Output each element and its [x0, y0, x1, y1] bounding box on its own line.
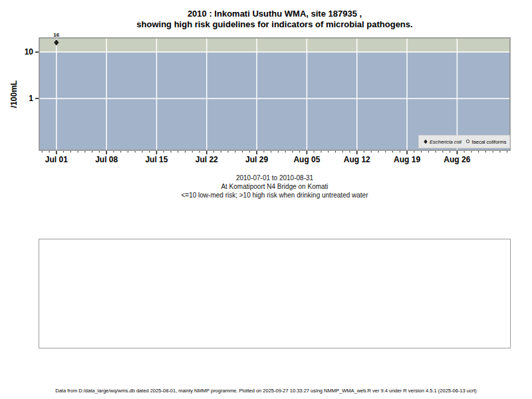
- caption-site-description: At Komatipoort N4 Bridge on Komati: [9, 182, 532, 191]
- band-high-risk-zone: [39, 38, 510, 52]
- x-axis-tick-label: Aug 19: [394, 155, 420, 164]
- x-axis-tick-label: Aug 26: [444, 155, 470, 164]
- x-axis-tick-label: Jul 22: [196, 155, 218, 164]
- caption-risk-guideline: <=10 low-med risk; >10 high risk when dr…: [9, 191, 532, 200]
- x-axis-tick-label: Jul 08: [95, 155, 118, 164]
- data-point-label: 16: [53, 32, 59, 38]
- x-axis-tick-label: Aug 05: [293, 155, 320, 164]
- x-axis-tick-label: Jul 15: [145, 155, 168, 164]
- x-axis-tick-label: Jul 29: [245, 155, 268, 164]
- plot-area: [39, 38, 510, 150]
- x-axis-tick-label: Jul 01: [45, 155, 68, 164]
- y-axis-label: /100mL: [9, 80, 19, 108]
- y-axis-tick-label: 1: [29, 94, 33, 103]
- y-axis-tick-label: 10: [25, 47, 34, 57]
- secondary-plot-placeholder: [39, 239, 511, 348]
- chart-caption: 2010-07-01 to 2010-08-31 At Komatipoort …: [9, 174, 532, 200]
- caption-date-range: 2010-07-01 to 2010-08-31: [9, 174, 532, 182]
- r-plot-page: { "title": { "line1": "2010 : Inkomati U…: [0, 0, 532, 399]
- chart-canvas: 16Jul 01Jul 08Jul 15Jul 22Jul 29Aug 05Au…: [0, 0, 532, 170]
- legend-series-label: faecal coliforms: [472, 139, 507, 145]
- footer-provenance-text: Data from D:/data_large/wq/wms.db dated …: [0, 388, 532, 394]
- legend-series-label: Eschericia coli: [430, 139, 462, 145]
- x-axis-tick-label: Aug 12: [344, 155, 370, 164]
